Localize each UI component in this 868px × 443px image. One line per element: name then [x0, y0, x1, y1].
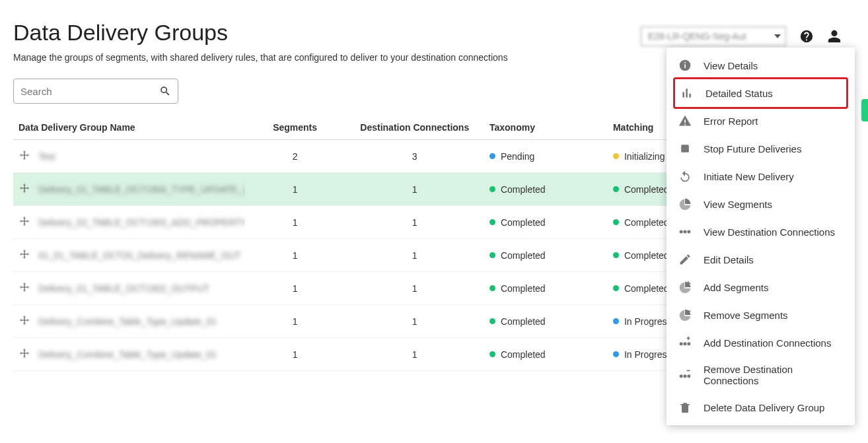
- segments-count: 1: [245, 206, 345, 239]
- search-input[interactable]: [20, 86, 159, 97]
- taxonomy-status: Completed: [489, 217, 546, 228]
- group-name: Delivery_Combine_Table_Type_Update_01: [38, 316, 217, 327]
- menu-item-label: Initiate New Delivery: [704, 171, 794, 182]
- menu-item-label: View Destination Connections: [704, 226, 835, 238]
- menu-item-view-segments[interactable]: View Segments: [667, 190, 855, 218]
- stop-icon: [678, 142, 692, 155]
- warning-icon: [678, 114, 692, 127]
- move-icon[interactable]: [18, 215, 30, 229]
- move-icon[interactable]: [18, 248, 30, 262]
- matching-status: Completed: [613, 283, 669, 294]
- segments-count: 1: [245, 338, 345, 371]
- move-icon[interactable]: [18, 314, 30, 328]
- move-icon[interactable]: [18, 182, 30, 196]
- menu-item-label: View Segments: [704, 199, 772, 210]
- pencil-icon: [678, 253, 692, 266]
- context-menu: View DetailsDetailed StatusError ReportS…: [667, 48, 855, 425]
- trash-icon: [678, 401, 692, 414]
- menu-item-label: Remove Destination Connections: [704, 364, 843, 386]
- destinations-count: 1: [345, 272, 484, 305]
- taxonomy-status: Completed: [489, 349, 546, 360]
- col-name[interactable]: Data Delivery Group Name: [13, 116, 245, 140]
- group-name: Test: [38, 151, 55, 162]
- move-icon[interactable]: [18, 347, 30, 361]
- pie-minus-icon: [678, 308, 692, 322]
- account-select[interactable]: E28-LR-QENG-Seg-Aut: [641, 26, 786, 46]
- group-name: Delivery_01_TABLE_OCT1904_TYPE_UPDATE_1: [38, 184, 245, 195]
- menu-item-detailed-status[interactable]: Detailed Status: [673, 77, 848, 109]
- destinations-count: 1: [345, 338, 484, 371]
- taxonomy-status: Completed: [489, 184, 546, 195]
- menu-item-label: Delete Data Delivery Group: [704, 402, 824, 413]
- search-icon: [159, 85, 171, 97]
- col-taxonomy[interactable]: Taxonomy: [484, 116, 608, 140]
- menu-item-edit-details[interactable]: Edit Details: [667, 246, 855, 273]
- group-name: Delivery_Combine_Table_Type_Update_01: [38, 349, 217, 360]
- taxonomy-status: Pending: [489, 151, 534, 162]
- menu-item-view-details[interactable]: View Details: [667, 51, 855, 79]
- side-accent-tab: [861, 99, 868, 121]
- taxonomy-status: Completed: [489, 316, 546, 327]
- pie-icon: [678, 197, 692, 211]
- link-plus-icon: [678, 336, 692, 349]
- help-icon[interactable]: [799, 29, 814, 44]
- destinations-count: 3: [345, 140, 484, 173]
- menu-item-add-segments[interactable]: Add Segments: [667, 273, 855, 301]
- header-actions: E28-LR-QENG-Seg-Aut: [641, 26, 842, 46]
- menu-item-label: Add Segments: [704, 282, 768, 293]
- destinations-count: 1: [345, 239, 484, 272]
- move-icon[interactable]: [18, 281, 30, 295]
- group-name: 01_01_TABLE_OCT20_Delivery_RENAME_OUT: [38, 250, 240, 261]
- menu-item-label: Remove Segments: [704, 310, 788, 321]
- menu-item-remove-destination-connections[interactable]: Remove Destination Connections: [667, 357, 855, 393]
- menu-item-remove-segments[interactable]: Remove Segments: [667, 301, 855, 329]
- bar-chart-icon: [680, 86, 694, 100]
- col-segments[interactable]: Segments: [245, 116, 345, 140]
- group-name: Delivery_02_TABLE_OCT1903_ADD_PROPERTY: [38, 217, 245, 228]
- matching-status: In Progress: [613, 316, 672, 327]
- account-select-label: E28-LR-QENG-Seg-Aut: [641, 26, 786, 46]
- menu-item-error-report[interactable]: Error Report: [667, 107, 855, 135]
- menu-item-label: View Details: [704, 60, 758, 71]
- matching-status: Completed: [613, 184, 669, 195]
- menu-item-delete-data-delivery-group[interactable]: Delete Data Delivery Group: [667, 393, 855, 421]
- segments-count: 1: [245, 305, 345, 338]
- menu-item-stop-future-deliveries[interactable]: Stop Future Deliveries: [667, 135, 855, 162]
- taxonomy-status: Completed: [489, 250, 546, 261]
- menu-item-label: Stop Future Deliveries: [704, 143, 801, 154]
- move-icon[interactable]: [18, 149, 30, 163]
- pie-plus-icon: [678, 281, 692, 294]
- menu-item-label: Add Destination Connections: [704, 337, 831, 349]
- link-icon: [678, 225, 692, 238]
- menu-item-initiate-new-delivery[interactable]: Initiate New Delivery: [667, 162, 855, 190]
- info-icon: [678, 59, 692, 72]
- menu-item-label: Error Report: [704, 116, 758, 127]
- matching-status: In Progress: [613, 349, 672, 360]
- search-input-wrap[interactable]: [13, 79, 178, 104]
- menu-item-label: Edit Details: [704, 254, 754, 265]
- segments-count: 1: [245, 272, 345, 305]
- refresh-icon: [678, 170, 692, 183]
- chevron-down-icon: [774, 34, 781, 38]
- destinations-count: 1: [345, 305, 484, 338]
- user-icon[interactable]: [827, 29, 842, 44]
- group-name: Delivery_01_TABLE_OCT1902_OUTPUT: [38, 283, 209, 294]
- menu-item-add-destination-connections[interactable]: Add Destination Connections: [667, 329, 855, 357]
- segments-count: 2: [245, 140, 345, 173]
- destinations-count: 1: [345, 173, 484, 206]
- segments-count: 1: [245, 173, 345, 206]
- destinations-count: 1: [345, 206, 484, 239]
- menu-item-label: Detailed Status: [705, 88, 773, 99]
- matching-status: Completed: [613, 217, 669, 228]
- matching-status: Initializing: [613, 151, 665, 162]
- link-minus-icon: [678, 368, 692, 382]
- taxonomy-status: Completed: [489, 283, 546, 294]
- matching-status: Completed: [613, 250, 669, 261]
- col-destinations[interactable]: Destination Connections: [345, 116, 484, 140]
- segments-count: 1: [245, 239, 345, 272]
- menu-item-view-destination-connections[interactable]: View Destination Connections: [667, 218, 855, 246]
